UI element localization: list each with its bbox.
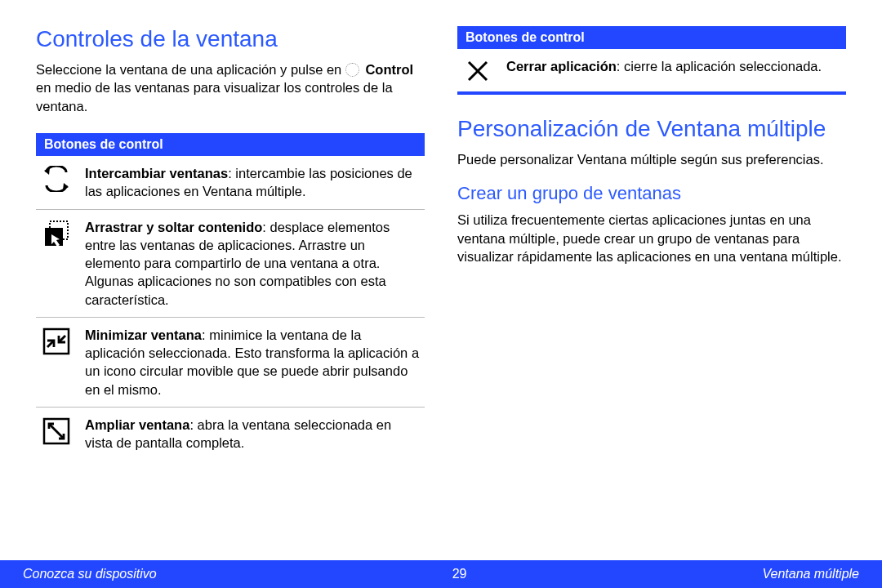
control-row-dragdrop: Arrastrar y soltar contenido: desplace e…	[36, 210, 425, 318]
footer-left: Conozca su dispositivo	[23, 567, 157, 581]
control-text-close: Cerrar aplicación: cierre la aplicación …	[506, 57, 843, 83]
intro-text-pre: Seleccione la ventana de una aplicación …	[36, 62, 345, 77]
close-icon	[461, 57, 495, 83]
intro-bold: Control	[365, 62, 413, 77]
control-row-swap: Intercambiar ventanas: intercambie las p…	[36, 156, 425, 210]
minimize-icon	[39, 326, 74, 399]
control-row-expand: Ampliar ventana: abra la ventana selecci…	[36, 408, 425, 461]
drag-drop-icon	[39, 218, 74, 309]
subsection-title: Crear un grupo de ventanas	[457, 183, 846, 204]
section-title-right: Personalización de Ventana múltiple	[457, 116, 846, 142]
svg-line-8	[50, 425, 63, 438]
expand-icon	[39, 416, 74, 452]
control-text-swap: Intercambiar ventanas: intercambie las p…	[85, 164, 421, 201]
control-row-minimize: Minimizar ventana: minimice la ventana d…	[36, 318, 425, 408]
intro-text-post: en medio de las ventanas para visualizar…	[36, 80, 393, 113]
footer-page-number: 29	[452, 567, 467, 581]
control-bold: Arrastrar y soltar contenido	[85, 220, 262, 234]
footer-right: Ventana múltiple	[762, 567, 859, 581]
intro-paragraph: Seleccione la ventana de una aplicación …	[36, 60, 425, 115]
swap-icon	[39, 164, 74, 201]
control-bold: Minimizar ventana	[85, 327, 202, 342]
control-text-dragdrop: Arrastrar y soltar contenido: desplace e…	[85, 218, 421, 309]
control-circle-icon	[345, 63, 359, 77]
control-rest: : cierre la aplicación seleccionada.	[617, 59, 822, 74]
table-header-left: Botones de control	[36, 133, 425, 156]
table-header-right: Botones de control	[457, 26, 846, 49]
control-bold: Ampliar ventana	[85, 417, 189, 432]
control-bold: Intercambiar ventanas	[85, 166, 228, 180]
control-text-expand: Ampliar ventana: abra la ventana selecci…	[85, 416, 421, 452]
control-text-minimize: Minimizar ventana: minimice la ventana d…	[85, 326, 421, 399]
page-footer: Conozca su dispositivo 29 Ventana múltip…	[0, 560, 882, 588]
section-title-left: Controles de la ventana	[36, 26, 425, 52]
control-bold: Cerrar aplicación	[506, 59, 617, 74]
paragraph-group: Si utiliza frecuentemente ciertas aplica…	[457, 211, 846, 265]
control-row-close: Cerrar aplicación: cierre la aplicación …	[457, 49, 846, 95]
paragraph-personalize: Puede personalizar Ventana múltiple segú…	[457, 150, 846, 168]
